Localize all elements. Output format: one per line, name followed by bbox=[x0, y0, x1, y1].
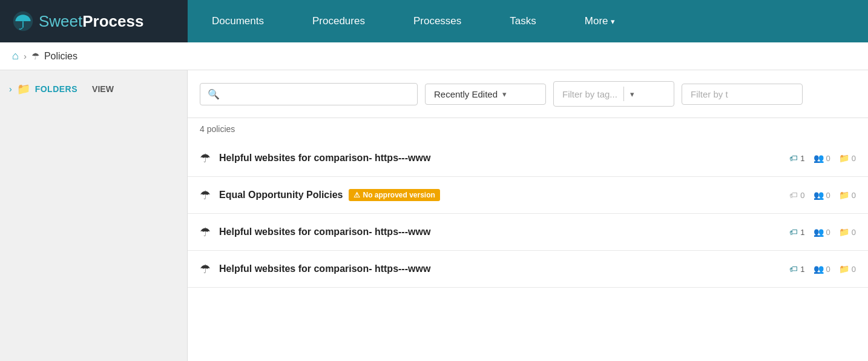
user-count: 👥 0 bbox=[814, 264, 830, 274]
sidebar: › 📁 FOLDERS VIEW bbox=[0, 70, 188, 361]
header: SweetProcess Documents Procedures Proces… bbox=[0, 0, 868, 42]
policy-meta: 🏷 0 👥 0 📁 0 bbox=[789, 190, 856, 200]
sort-dropdown[interactable]: Recently Edited ▾ bbox=[425, 84, 546, 105]
search-icon: 🔍 bbox=[208, 88, 220, 100]
folder-count: 📁 0 bbox=[839, 227, 856, 237]
tag-filter-placeholder: Filter by tag... bbox=[562, 89, 617, 99]
table-row[interactable]: ☂ Equal Opportunity Policies ⚠ No approv… bbox=[188, 177, 868, 214]
folder-count: 📁 0 bbox=[839, 153, 856, 163]
policy-umbrella-icon: ☂ bbox=[200, 188, 211, 202]
search-input[interactable] bbox=[223, 89, 410, 99]
tag-icon: 🏷 bbox=[789, 153, 798, 163]
nav-procedures[interactable]: Procedures bbox=[288, 0, 389, 42]
policy-meta: 🏷 1 👥 0 📁 0 bbox=[789, 227, 856, 237]
policy-meta: 🏷 1 👥 0 📁 0 bbox=[789, 264, 856, 274]
nav-more[interactable]: More ▾ bbox=[561, 0, 639, 42]
folder-meta-icon: 📁 bbox=[839, 264, 849, 274]
breadcrumb-separator: › bbox=[24, 51, 27, 61]
search-box[interactable]: 🔍 bbox=[200, 83, 418, 105]
users-icon: 👥 bbox=[814, 227, 824, 237]
folder-meta-icon: 📁 bbox=[839, 227, 849, 237]
folder-count: 📁 0 bbox=[839, 264, 856, 274]
tag-filter-chevron-icon: ▾ bbox=[630, 90, 634, 99]
table-row[interactable]: ☂ Helpful websites for comparison- https… bbox=[188, 251, 868, 288]
policy-title: Equal Opportunity Policies ⚠ No approved… bbox=[219, 189, 789, 201]
no-approved-badge: ⚠ No approved version bbox=[349, 189, 439, 201]
folder-meta-icon: 📁 bbox=[839, 153, 849, 163]
nav-documents[interactable]: Documents bbox=[188, 0, 288, 42]
users-icon: 👥 bbox=[814, 264, 824, 274]
main-nav: Documents Procedures Processes Tasks Mor… bbox=[188, 0, 868, 42]
tag-filter-dropdown[interactable]: Filter by tag... ▾ bbox=[553, 81, 674, 107]
policies-icon: ☂ bbox=[31, 51, 39, 62]
policy-list: ☂ Helpful websites for comparison- https… bbox=[188, 140, 868, 288]
tag-filter2-dropdown[interactable]: Filter by t bbox=[682, 84, 803, 105]
folders-label: FOLDERS bbox=[35, 84, 77, 94]
tag-icon: 🏷 bbox=[789, 190, 798, 200]
folders-toggle[interactable]: › 📁 FOLDERS VIEW bbox=[9, 82, 178, 96]
filter-bar: 🔍 Recently Edited ▾ Filter by tag... ▾ F… bbox=[188, 70, 868, 118]
nav-tasks[interactable]: Tasks bbox=[485, 0, 560, 42]
home-icon[interactable]: ⌂ bbox=[12, 50, 19, 62]
table-row[interactable]: ☂ Helpful websites for comparison- https… bbox=[188, 140, 868, 177]
policy-title: Helpful websites for comparison- https--… bbox=[219, 153, 789, 164]
folder-icon: 📁 bbox=[17, 82, 30, 96]
tag-count: 🏷 1 bbox=[789, 153, 804, 163]
tag-icon: 🏷 bbox=[789, 227, 798, 237]
user-count: 👥 0 bbox=[814, 227, 830, 237]
sort-chevron-icon: ▾ bbox=[502, 90, 507, 99]
breadcrumb-policies-label: Policies bbox=[44, 51, 77, 62]
breadcrumb: ⌂ › ☂ Policies bbox=[0, 42, 868, 70]
policy-title: Helpful websites for comparison- https--… bbox=[219, 263, 789, 274]
content-area: 🔍 Recently Edited ▾ Filter by tag... ▾ F… bbox=[188, 70, 868, 361]
sidebar-chevron-icon: › bbox=[9, 84, 12, 94]
policy-umbrella-icon: ☂ bbox=[200, 262, 211, 276]
main-layout: › 📁 FOLDERS VIEW 🔍 Recently Edited ▾ Fil… bbox=[0, 70, 868, 361]
tag-count: 🏷 0 bbox=[789, 190, 804, 200]
tag-count: 🏷 1 bbox=[789, 227, 804, 237]
table-row[interactable]: ☂ Helpful websites for comparison- https… bbox=[188, 214, 868, 251]
view-label: VIEW bbox=[92, 84, 114, 94]
tag-filter-divider bbox=[623, 87, 624, 101]
policy-meta: 🏷 1 👥 0 📁 0 bbox=[789, 153, 856, 163]
users-icon: 👥 bbox=[814, 153, 824, 163]
logo-area: SweetProcess bbox=[0, 0, 188, 42]
folder-meta-icon: 📁 bbox=[839, 190, 849, 200]
user-count: 👥 0 bbox=[814, 153, 830, 163]
nav-processes[interactable]: Processes bbox=[389, 0, 485, 42]
users-icon: 👥 bbox=[814, 190, 824, 200]
warning-icon: ⚠ bbox=[353, 191, 360, 199]
policy-umbrella-icon: ☂ bbox=[200, 151, 211, 165]
folder-count: 📁 0 bbox=[839, 190, 856, 200]
svg-rect-1 bbox=[22, 21, 24, 28]
user-count: 👥 0 bbox=[814, 190, 830, 200]
tag-icon: 🏷 bbox=[789, 264, 798, 274]
policy-title: Helpful websites for comparison- https--… bbox=[219, 227, 789, 237]
policy-umbrella-icon: ☂ bbox=[200, 225, 211, 239]
policies-count: 4 policies bbox=[188, 118, 868, 140]
logo-text: SweetProcess bbox=[39, 12, 143, 31]
tag-filter2-placeholder: Filter by t bbox=[691, 89, 728, 99]
logo-icon bbox=[12, 10, 34, 32]
sort-label: Recently Edited bbox=[434, 89, 498, 99]
chevron-down-icon: ▾ bbox=[611, 17, 615, 26]
tag-count: 🏷 1 bbox=[789, 264, 804, 274]
